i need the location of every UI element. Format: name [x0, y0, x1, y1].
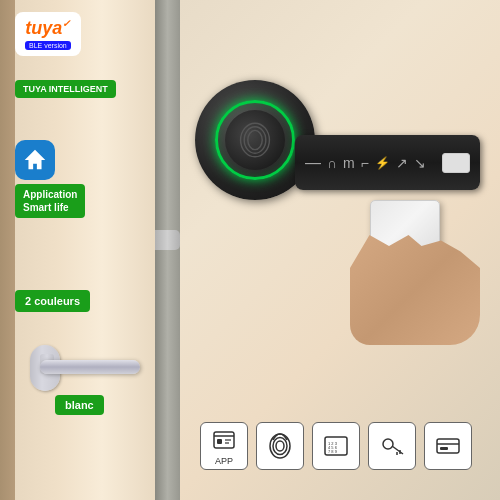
smart-life-section: Application Smart life [15, 140, 85, 218]
symbol-3: m [343, 155, 355, 171]
blanc-badge: blanc [55, 395, 104, 415]
smart-life-icon [15, 140, 55, 180]
main-container: — ∩ m ⌐ ⚡ ↗ ↘ APP [0, 0, 500, 500]
ble-badge: BLE version [25, 41, 71, 50]
symbol-2: ∩ [327, 155, 337, 171]
svg-point-9 [273, 438, 287, 455]
svg-rect-21 [440, 447, 448, 450]
svg-rect-19 [437, 439, 459, 453]
tuya-logo: tuya✓ [25, 18, 70, 39]
symbol-1: — [305, 154, 321, 172]
door-handle-silver [20, 340, 150, 395]
svg-point-8 [276, 441, 284, 451]
hand-card-area [350, 180, 490, 340]
fingerprint-ring [215, 100, 295, 180]
card-feature-icon [424, 422, 472, 470]
handle-bar [40, 360, 140, 374]
key-feature-icon [368, 422, 416, 470]
hand-shape [350, 235, 480, 345]
app-icon-label: APP [215, 456, 233, 466]
tuya-intelligent-badge: TUYA INTELLIGENT [15, 80, 116, 98]
door-frame [0, 0, 175, 500]
couleurs-badge: 2 couleurs [15, 290, 90, 312]
symbol-4: ⌐ [361, 155, 369, 171]
fingerprint-inner [225, 110, 285, 170]
keypad-feature-icon: 1 2 3 4 5 6 7 8 9 [312, 422, 360, 470]
symbol-6: ↗ [396, 155, 408, 171]
door-frame-inner [15, 0, 160, 500]
lock-card-display [442, 153, 470, 173]
door-latch [155, 230, 180, 250]
svg-point-15 [383, 439, 393, 449]
svg-point-0 [248, 130, 262, 149]
tuya-badge: tuya✓ BLE version [15, 12, 81, 56]
symbol-5: ⚡ [375, 156, 390, 170]
feature-icons-row: APP 1 2 3 4 5 6 7 8 9 [200, 422, 472, 470]
fingerprint-feature-icon [256, 422, 304, 470]
smart-life-label: Application Smart life [15, 184, 85, 218]
door-edge [155, 0, 180, 500]
svg-text:7 8 9: 7 8 9 [328, 449, 338, 454]
app-feature-icon: APP [200, 422, 248, 470]
svg-rect-5 [217, 439, 222, 444]
symbol-7: ↘ [414, 155, 426, 171]
